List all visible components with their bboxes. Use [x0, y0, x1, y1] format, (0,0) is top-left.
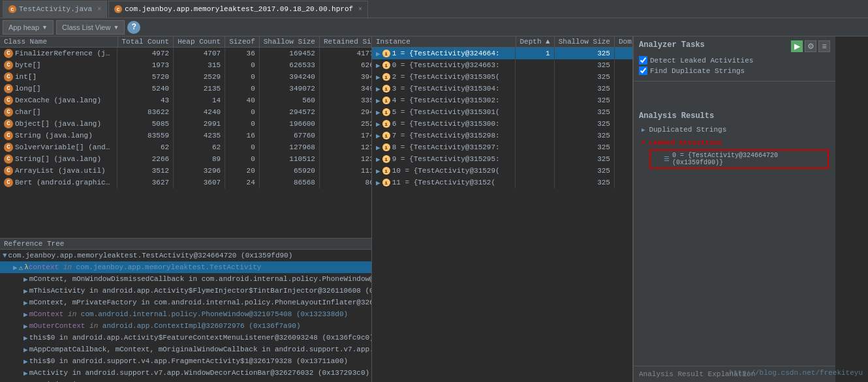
heap-dropdown[interactable]: App heap ▼ — [3, 20, 54, 35]
instance-depth-cell — [516, 106, 554, 118]
detect-leaked-checkbox[interactable] — [639, 56, 647, 65]
view-dropdown[interactable]: Class List View ▼ — [56, 20, 125, 35]
find-duplicate-checkbox[interactable] — [639, 66, 647, 75]
class-name-cell: C Bert (android.graphics. — [0, 177, 117, 188]
class-table-row[interactable]: C FinalizerReference (java. 4972 4707 36… — [0, 48, 371, 60]
instance-shallow-cell: 325 — [554, 141, 614, 153]
ref-tree-row[interactable]: ▶ mContext in com.android.internal.polic… — [0, 308, 371, 320]
instance-table-row[interactable]: ▶ i 2 = {TestActivity@315305( 325 — [372, 71, 632, 83]
ref-tree-row[interactable]: ▶ ⚠λ context in com.jeanboy.app.memoryle… — [0, 261, 371, 273]
class-table-row[interactable]: C Object[] (java.lang) 5085 2991 0 19660… — [0, 118, 371, 130]
col-inst-depth[interactable]: Depth ▲ — [516, 37, 554, 48]
tree-arrow-icon[interactable]: ▶ — [23, 345, 28, 354]
col-inst-dominating[interactable]: Dominating Size — [614, 37, 632, 48]
col-sizeof[interactable]: Sizeof — [225, 37, 260, 48]
col-inst-shallow[interactable]: Shallow Size — [554, 37, 614, 48]
ref-tree-row[interactable]: ▶ mActivity in android.support.v7.app.Wi… — [0, 367, 371, 379]
ref-tree-row[interactable]: ▶ mOuterContext in android.app.ContextIm… — [0, 320, 371, 332]
ref-tree-row[interactable]: ▶ mAppCompatCallback, mContext, mOrigina… — [0, 344, 371, 355]
instance-table-row[interactable]: ▶ i 9 = {TestActivity@315295: 325 — [372, 153, 632, 165]
detect-leaked-row[interactable]: Detect Leaked Activities — [639, 56, 830, 65]
instance-table-row[interactable]: ▶ i 10 = {TestActivity@31529( 325 — [372, 165, 632, 177]
instance-table-row[interactable]: ▶ i 3 = {TestActivity@315304: 325 — [372, 83, 632, 95]
ref-tree-row[interactable]: ▶ mContext, mPrivateFactory in com.andro… — [0, 297, 371, 308]
tree-arrow-icon[interactable]: ▶ — [23, 310, 28, 319]
instance-cell: ▶ i 0 = {TestActivity@324663: — [372, 59, 516, 71]
class-table-row[interactable]: C String (java.lang) 83559 4235 16 67760… — [0, 130, 371, 141]
class-c-icon: C — [4, 49, 13, 58]
tree-arrow-icon[interactable]: ▶ — [23, 369, 28, 377]
ref-tree-row[interactable]: ▼ com.jeanboy.app.memoryleaktest.TestAct… — [0, 250, 371, 262]
find-duplicate-row[interactable]: Find Duplicate Strings — [639, 66, 830, 75]
class-name-cell: C SolverVariable[] (andr. — [0, 141, 117, 153]
class-heap-cell: 4240 — [174, 106, 225, 118]
instance-table-row[interactable]: ▶ i 1 = {TestActivity@324664: 1 325 7007… — [372, 48, 632, 60]
ref-tree-name-cell: ▶ mContext, mPrivateFactory in com.andro… — [0, 297, 371, 308]
tree-arrow-icon[interactable]: ▶ — [23, 299, 28, 307]
settings-button[interactable]: ⚙ — [805, 40, 816, 52]
instance-expand-icon: ▶ — [376, 108, 380, 117]
instance-dot: i — [382, 73, 390, 81]
class-sizeof-cell: 0 — [225, 83, 260, 95]
col-retained-size[interactable]: Retained Size — [319, 37, 371, 48]
class-table-row[interactable]: C char[] 83622 4240 0 294572 294572 — [0, 106, 371, 118]
tree-arrow-icon[interactable]: ▶ — [23, 357, 28, 366]
instance-cell: ▶ i 8 = {TestActivity@315297: — [372, 141, 516, 153]
instance-table-row[interactable]: ▶ i 7 = {TestActivity@315298: 325 — [372, 130, 632, 141]
col-instance[interactable]: Instance — [372, 37, 516, 48]
class-total-cell: 83559 — [117, 130, 174, 141]
col-shallow-size[interactable]: Shallow Size — [259, 37, 319, 48]
ref-tree-row[interactable]: ▶ this$0 in android.support.v4.app.Fragm… — [0, 355, 371, 367]
instance-table-row[interactable]: ▶ i 0 = {TestActivity@324663: 325 — [372, 59, 632, 71]
field-name-text: mContext — [29, 310, 68, 318]
instance-dot: i — [382, 132, 390, 140]
instance-table-row[interactable]: ▶ i 4 = {TestActivity@315302: 325 — [372, 95, 632, 106]
tree-arrow-icon[interactable]: ▶ — [13, 263, 18, 272]
help-button[interactable]: ? — [127, 21, 140, 34]
ref-tree-row[interactable]: ▶ mContext, mOnWindowDismissedCallback i… — [0, 273, 371, 285]
tab-java[interactable]: C TestActivity.java × — [3, 1, 107, 18]
ref-tree-row[interactable]: ▶ this$0 in android.app.Activity$Feature… — [0, 332, 371, 344]
instance-table-row[interactable]: ▶ i 5 = {TestActivity@315301( 325 — [372, 106, 632, 118]
instance-table-row[interactable]: ▶ i 8 = {TestActivity@315297: 325 — [372, 141, 632, 153]
class-c-icon: C — [4, 119, 13, 128]
class-table-row[interactable]: C SolverVariable[] (andr. 62 62 0 127968… — [0, 141, 371, 153]
leaked-activities-header[interactable]: ▼ Leaked Activities — [639, 138, 830, 148]
col-ref-tree[interactable]: Reference Tree — [0, 239, 371, 250]
ref-tree-text: mThisActivity in android.app.Activity$Fl… — [29, 287, 371, 295]
ref-tree-row[interactable]: ▶ mActivity in Context... 2 ... ... — [0, 379, 371, 382]
run-button[interactable]: ▶ — [791, 40, 803, 52]
field-name-text: mOuterContext — [29, 322, 89, 330]
class-name-cell: C byte[] — [0, 59, 117, 71]
tree-arrow-icon[interactable]: ▶ — [23, 334, 28, 342]
leaked-item[interactable]: ☰ 0 = {TestActivity@324664720 (0x1359fd9… — [649, 149, 829, 169]
instance-dominating-cell — [614, 118, 632, 130]
col-total-count[interactable]: Total Count — [117, 37, 174, 48]
duplicated-strings-header[interactable]: ▶ Duplicated Strings — [639, 125, 830, 135]
class-table-row[interactable]: C long[] 5240 2135 0 349072 349072 — [0, 83, 371, 95]
instance-expand-icon: ▶ — [376, 167, 380, 175]
class-table-row[interactable]: C ArrayList (java.util) 3512 3296 20 659… — [0, 165, 371, 177]
instance-table-row[interactable]: ▶ i 6 = {TestActivity@315300: 325 — [372, 118, 632, 130]
class-table-row[interactable]: C byte[] 1973 315 0 626533 626533 — [0, 59, 371, 71]
class-table-row[interactable]: C Bert (android.graphics. 3627 3607 24 8… — [0, 177, 371, 188]
ref-tree-row[interactable]: ▶ mThisActivity in android.app.Activity$… — [0, 285, 371, 297]
tab-hprof-close[interactable]: × — [358, 6, 362, 13]
tab-java-close[interactable]: × — [97, 6, 101, 13]
more-button[interactable]: ≡ — [818, 40, 830, 52]
tree-arrow-icon[interactable]: ▶ — [23, 287, 28, 295]
class-table-row[interactable]: C String[] (java.lang) 2266 89 0 110512 … — [0, 153, 371, 165]
class-table-row[interactable]: C DexCache (java.lang) 43 14 40 560 3359… — [0, 95, 371, 106]
instance-expand-icon: ▶ — [376, 61, 380, 70]
tree-arrow-icon[interactable]: ▶ — [23, 275, 28, 284]
instance-expand-icon: ▶ — [376, 50, 380, 58]
tab-hprof[interactable]: C com.jeanboy.app.memoryleaktest_2017.09… — [108, 1, 368, 18]
instance-shallow-cell: 325 — [554, 95, 614, 106]
col-class-name[interactable]: Class Name — [0, 37, 117, 48]
tree-arrow-icon[interactable]: ▼ — [3, 252, 7, 259]
ref-tree-text: com.jeanboy.app.memoryleaktest.TestActiv… — [8, 252, 293, 259]
tree-arrow-icon[interactable]: ▶ — [23, 322, 28, 331]
instance-table-row[interactable]: ▶ i 11 = {TestActivity@3152( 325 — [372, 177, 632, 188]
col-heap-count[interactable]: Heap Count — [174, 37, 225, 48]
class-table-row[interactable]: C int[] 5720 2529 0 394240 394240 — [0, 71, 371, 83]
